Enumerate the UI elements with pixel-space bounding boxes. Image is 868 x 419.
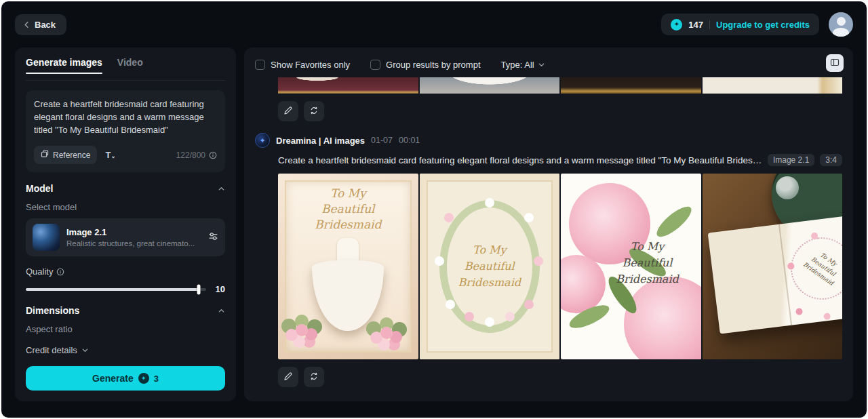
- ratio-badge: 3:4: [820, 154, 842, 166]
- topbar: Back ✦ 147 Upgrade to get credits: [1, 1, 867, 47]
- quality-label: Quality: [26, 266, 53, 277]
- pencil-icon: [283, 106, 293, 117]
- favorites-label: Show Favorites only: [271, 60, 350, 70]
- generation-prompt: Create a heartfelt bridesmaid card featu…: [278, 155, 762, 165]
- slider-handle[interactable]: [197, 284, 201, 294]
- group-checkbox[interactable]: [370, 60, 380, 70]
- info-icon: [56, 268, 64, 276]
- user-avatar[interactable]: [829, 12, 853, 37]
- generation-date: 01-07: [371, 136, 393, 145]
- chevron-down-icon: [538, 61, 545, 68]
- type-filter-label: Type: All: [501, 60, 534, 70]
- generated-image-4[interactable]: To My Beautiful Bridesmaid: [703, 174, 843, 359]
- model-settings-button[interactable]: [208, 231, 218, 243]
- generation-sidebar: Generate images Video Create a heartfelt…: [15, 47, 236, 401]
- model-section-header[interactable]: Model: [26, 183, 225, 194]
- quality-slider[interactable]: [26, 288, 206, 291]
- generation-timestamp: 01-07 00:01: [371, 136, 420, 145]
- result-image-partial[interactable]: [703, 77, 843, 94]
- upgrade-link[interactable]: Upgrade to get credits: [716, 20, 810, 30]
- text-style-button[interactable]: T⌄: [102, 147, 119, 163]
- divider: [709, 20, 710, 29]
- credit-details-label: Credit details: [26, 345, 77, 355]
- tab-video[interactable]: Video: [117, 57, 143, 73]
- select-model-label: Select model: [26, 202, 225, 212]
- filter-bar: Show Favorites only Group results by pro…: [255, 56, 842, 73]
- favorites-filter[interactable]: Show Favorites only: [255, 60, 350, 70]
- quality-value: 10: [213, 284, 225, 294]
- sliders-icon: [208, 233, 218, 243]
- model-card[interactable]: Image 2.1 Realistic structures, great ci…: [26, 218, 225, 256]
- edit-button[interactable]: [278, 367, 298, 387]
- reference-icon: [41, 150, 49, 160]
- aspect-ratio-label: Aspect ratio: [26, 324, 225, 334]
- model-name: Image 2.1: [66, 227, 201, 237]
- app-window: Back ✦ 147 Upgrade to get credits Genera…: [0, 0, 868, 419]
- result-image-partial[interactable]: [278, 77, 418, 94]
- type-filter-dropdown[interactable]: Type: All: [501, 60, 545, 70]
- edit-button[interactable]: [278, 101, 298, 121]
- sidebar-tabs: Generate images Video: [26, 57, 225, 81]
- result-image-partial[interactable]: [561, 77, 701, 94]
- char-count-value: 122/800: [176, 151, 205, 160]
- reference-label: Reference: [53, 151, 90, 160]
- repeat-icon: [309, 372, 319, 383]
- generated-image-2[interactable]: To My Beautiful Bridesmaid: [420, 174, 560, 359]
- char-counter: 122/800: [176, 151, 217, 160]
- prompt-input[interactable]: Create a heartfelt bridesmaid card featu…: [34, 98, 217, 138]
- generation-time: 00:01: [399, 136, 420, 145]
- result-image-partial[interactable]: [420, 77, 560, 94]
- layout-toggle-button[interactable]: [826, 54, 844, 72]
- content: Generate images Video Create a heartfelt…: [1, 47, 867, 401]
- prompt-box[interactable]: Create a heartfelt bridesmaid card featu…: [26, 90, 225, 172]
- generation-source: Dreamina | AI images: [276, 136, 365, 146]
- dimensions-title: Dimensions: [26, 305, 79, 316]
- regenerate-button[interactable]: [304, 101, 324, 121]
- generate-button[interactable]: Generate ✦ 3: [26, 366, 225, 391]
- credit-coin-icon: ✦: [671, 19, 682, 31]
- prompt-footer: Reference T⌄ 122/800: [34, 146, 217, 164]
- group-label: Group results by prompt: [386, 60, 480, 70]
- previous-result-actions: [278, 101, 842, 121]
- card-title: To My Beautiful Bridesmaid: [278, 186, 418, 233]
- results-feed: ✦ Dreamina | AI images 01-07 00:01 Creat…: [255, 77, 842, 387]
- credits-count: 147: [688, 20, 703, 30]
- back-label: Back: [35, 20, 56, 30]
- back-button[interactable]: Back: [15, 14, 66, 35]
- quality-slider-row: 10: [26, 284, 225, 294]
- generate-label: Generate: [92, 373, 134, 384]
- generated-image-1[interactable]: To My Beautiful Bridesmaid: [278, 174, 418, 359]
- peony-illustration: [561, 255, 606, 313]
- reference-button[interactable]: Reference: [34, 146, 97, 164]
- flower-cluster: [380, 327, 393, 339]
- model-thumbnail: [33, 224, 60, 251]
- model-description: Realistic structures, great cinemato...: [66, 239, 201, 247]
- chevron-left-icon: [23, 21, 31, 28]
- generated-image-3[interactable]: To My Beautiful Bridesmaid: [561, 174, 701, 359]
- generation-prompt-row: Create a heartfelt bridesmaid card featu…: [278, 154, 842, 166]
- panel-layout-icon: [830, 58, 840, 69]
- glass-illustration: [776, 176, 799, 199]
- credit-cost-icon: ✦: [138, 373, 149, 384]
- previous-results-row: [278, 77, 842, 94]
- regenerate-button[interactable]: [304, 367, 324, 387]
- leaf-illustration: [652, 202, 695, 241]
- repeat-icon: [309, 106, 319, 117]
- quality-row: Quality: [26, 266, 225, 277]
- credit-details-toggle[interactable]: Credit details: [26, 345, 225, 355]
- flower-cluster: [296, 324, 308, 336]
- generated-images-row: To My Beautiful Bridesmaid To My Beautif…: [278, 174, 842, 359]
- tab-generate-images[interactable]: Generate images: [26, 57, 102, 73]
- chevron-down-icon: [81, 346, 89, 354]
- pencil-icon: [283, 372, 293, 383]
- chevron-up-icon[interactable]: [218, 185, 225, 193]
- model-badge: Image 2.1: [768, 154, 814, 166]
- favorites-checkbox[interactable]: [255, 60, 265, 70]
- chevron-up-icon[interactable]: [218, 307, 225, 315]
- dimensions-section-header[interactable]: Dimensions: [26, 305, 225, 316]
- model-section-title: Model: [26, 183, 53, 194]
- peony-illustration: [624, 277, 701, 359]
- credits-pill[interactable]: ✦ 147 Upgrade to get credits: [661, 14, 819, 35]
- group-filter[interactable]: Group results by prompt: [370, 60, 480, 70]
- card-title: To My Beautiful Bridesmaid: [454, 242, 525, 291]
